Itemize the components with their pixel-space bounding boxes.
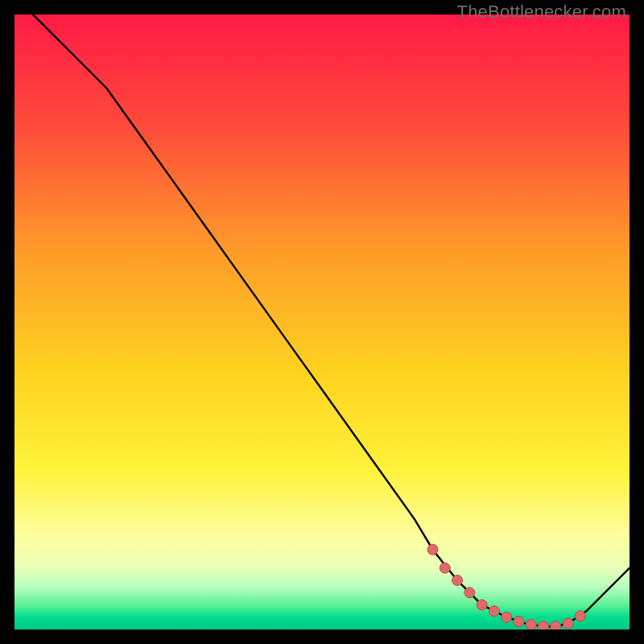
gradient-background bbox=[14, 14, 630, 630]
marker-point bbox=[514, 617, 524, 627]
marker-point bbox=[502, 612, 512, 622]
marker-point bbox=[526, 619, 536, 630]
chart-canvas bbox=[14, 14, 630, 630]
marker-point bbox=[551, 621, 561, 630]
marker-point bbox=[464, 588, 475, 598]
watermark-text: TheBottlenecker.com bbox=[457, 2, 626, 23]
marker-point bbox=[539, 621, 549, 630]
marker-point bbox=[575, 611, 585, 621]
marker-point bbox=[477, 600, 487, 610]
marker-point bbox=[489, 606, 499, 617]
chart-frame bbox=[14, 14, 630, 630]
marker-point bbox=[427, 544, 438, 555]
marker-point bbox=[452, 575, 463, 585]
marker-point bbox=[440, 563, 450, 573]
marker-point bbox=[563, 618, 573, 629]
